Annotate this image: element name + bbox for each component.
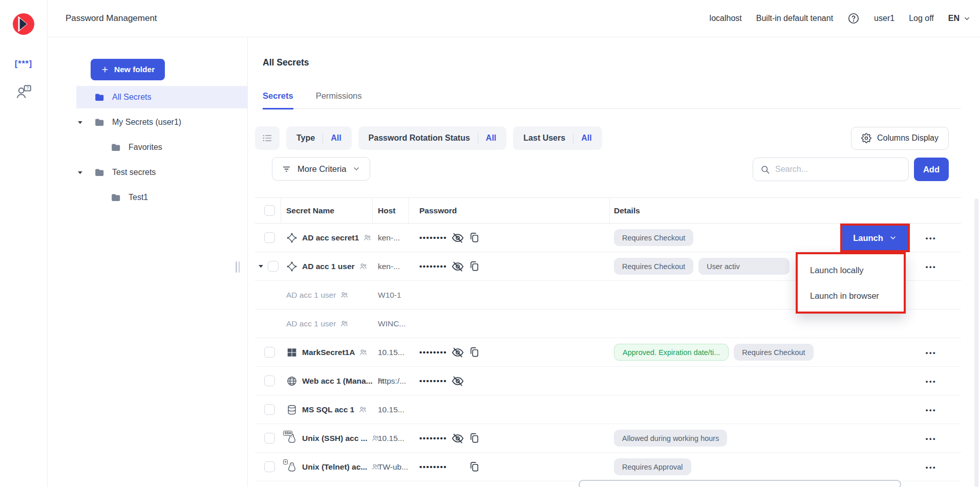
tab-secrets[interactable]: Secrets: [263, 91, 293, 109]
people-icon: [340, 319, 349, 328]
caret-down-icon[interactable]: [76, 119, 84, 126]
row-checkbox[interactable]: [264, 433, 275, 444]
new-folder-label: New folder: [114, 65, 155, 74]
user-help-nav-icon[interactable]: ?: [15, 83, 33, 101]
gear-icon: [861, 133, 871, 143]
row-checkbox[interactable]: [264, 347, 275, 358]
windows-icon: [286, 347, 297, 358]
more-criteria-label: More Criteria: [297, 164, 346, 174]
help-icon[interactable]: [847, 12, 860, 25]
secret-name[interactable]: Web acc 1 (Mana...: [302, 377, 373, 386]
secret-name[interactable]: AD acc 1 user: [286, 291, 336, 300]
row-more-button[interactable]: •••: [926, 348, 936, 356]
new-folder-button[interactable]: New folder: [91, 59, 165, 80]
copy-password-icon[interactable]: [468, 461, 480, 473]
select-all-checkbox[interactable]: [264, 205, 275, 216]
folder-tree: All SecretsMy Secrets (user1)FavoritesTe…: [48, 86, 247, 211]
host-label: localhost: [710, 14, 742, 23]
table-row: SSHUnix (SSH) acc ...10.15...••••••••All…: [255, 424, 961, 453]
menu-item-launch-locally[interactable]: Launch locally: [798, 257, 904, 283]
horizontal-scrollbar[interactable]: [579, 480, 901, 487]
telnet-icon: >: [286, 461, 297, 473]
launch-button[interactable]: Launch: [842, 226, 908, 250]
reveal-password-icon[interactable]: [451, 432, 464, 445]
secret-name[interactable]: AD acc 1 user: [286, 319, 336, 328]
row-checkbox[interactable]: [264, 375, 275, 386]
database-icon: [286, 404, 297, 415]
host-value: ken-...: [378, 262, 400, 271]
secret-name[interactable]: AD acc 1 user: [302, 262, 355, 271]
sidebar-folder-item[interactable]: Favorites: [93, 136, 247, 159]
copy-password-icon[interactable]: [468, 260, 480, 272]
host-value: 10.15...: [378, 348, 404, 357]
more-criteria-button[interactable]: More Criteria: [272, 157, 370, 181]
folder-label: All Secrets: [112, 93, 151, 102]
passwords-nav-icon[interactable]: [***]: [0, 59, 47, 69]
filter-type[interactable]: Type All: [286, 126, 352, 150]
copy-password-icon[interactable]: [468, 232, 480, 243]
reveal-password-icon[interactable]: [451, 346, 464, 359]
list-view-button[interactable]: [255, 126, 280, 150]
secret-name[interactable]: MarkSecret1A: [302, 348, 355, 357]
filter-rotation-status[interactable]: Password Rotation Status All: [358, 126, 507, 150]
menu-item-launch-in-browser[interactable]: Launch in browser: [798, 283, 904, 308]
copy-password-icon[interactable]: [468, 346, 480, 358]
table-row: AD acc secret1ken-...••••••••Requires Ch…: [255, 224, 961, 252]
secret-name[interactable]: Unix (SSH) acc ...: [302, 434, 367, 443]
secret-name[interactable]: MS SQL acc 1: [302, 405, 354, 414]
sidebar-folder-item[interactable]: All Secrets: [76, 86, 247, 108]
row-checkbox[interactable]: [268, 261, 279, 272]
copy-password-icon[interactable]: [468, 432, 480, 444]
row-more-button[interactable]: •••: [926, 463, 936, 471]
vertical-scrollbar[interactable]: [974, 198, 978, 487]
secret-name[interactable]: Unix (Telnet) ac...: [302, 462, 367, 472]
sidebar-folder-item[interactable]: Test1: [93, 186, 247, 209]
columns-display-button[interactable]: Columns Display: [851, 127, 949, 150]
row-expand-caret-icon[interactable]: [257, 262, 265, 270]
filter-last-users[interactable]: Last Users All: [513, 126, 602, 150]
password-mask: ••••••••: [419, 348, 451, 357]
launch-annotation-box: Launch: [840, 224, 910, 252]
host-value: W10-1: [378, 291, 401, 300]
filter-rotation-label: Password Rotation Status: [369, 134, 470, 143]
secret-name[interactable]: AD acc secret1: [302, 233, 359, 242]
tab-permissions[interactable]: Permissions: [316, 91, 362, 108]
search-input[interactable]: [775, 165, 901, 174]
reveal-password-icon[interactable]: [451, 231, 464, 245]
row-more-button[interactable]: •••: [926, 234, 936, 241]
ad-icon: [286, 232, 297, 243]
row-more-button[interactable]: •••: [926, 377, 936, 385]
column-header-password: Password: [409, 198, 610, 223]
chevron-down-icon: [963, 15, 971, 23]
caret-down-icon[interactable]: [76, 169, 84, 176]
filter-bar: Type All Password Rotation Status All La…: [255, 126, 949, 150]
sidebar-resize-handle[interactable]: [236, 261, 241, 273]
folder-icon: [94, 117, 105, 128]
row-checkbox[interactable]: [264, 404, 275, 415]
svg-text:?: ?: [26, 85, 29, 91]
logoff-link[interactable]: Log off: [909, 14, 934, 23]
sidebar-folder-item[interactable]: My Secrets (user1): [76, 111, 247, 134]
table-row: Web acc 1 (Mana...https:/...•••••••••••: [255, 367, 961, 395]
columns-display-label: Columns Display: [877, 134, 939, 143]
topbar-right-group: localhost Built-in default tenant user1 …: [710, 12, 971, 25]
add-button[interactable]: Add: [914, 158, 949, 181]
reveal-password-icon[interactable]: [451, 260, 464, 273]
language-selector[interactable]: EN: [948, 14, 971, 23]
folder-sidebar: New folder All SecretsMy Secrets (user1)…: [48, 37, 247, 487]
host-value: ken-...: [378, 233, 400, 242]
sidebar-folder-item[interactable]: Test secrets: [76, 161, 247, 184]
folder-label: Favorites: [129, 143, 162, 152]
folder-icon: [110, 142, 121, 153]
row-checkbox[interactable]: [264, 232, 275, 243]
host-value: WINC...: [378, 319, 406, 328]
username-label[interactable]: user1: [874, 14, 894, 23]
row-more-button[interactable]: •••: [926, 434, 936, 442]
app-title: Password Management: [66, 13, 157, 24]
reveal-password-icon[interactable]: [451, 374, 464, 388]
row-more-button[interactable]: •••: [926, 406, 936, 413]
row-checkbox[interactable]: [264, 461, 275, 472]
folder-label: Test secrets: [112, 168, 156, 177]
host-value: TW-ub...: [378, 462, 408, 472]
row-more-button[interactable]: •••: [926, 262, 936, 270]
